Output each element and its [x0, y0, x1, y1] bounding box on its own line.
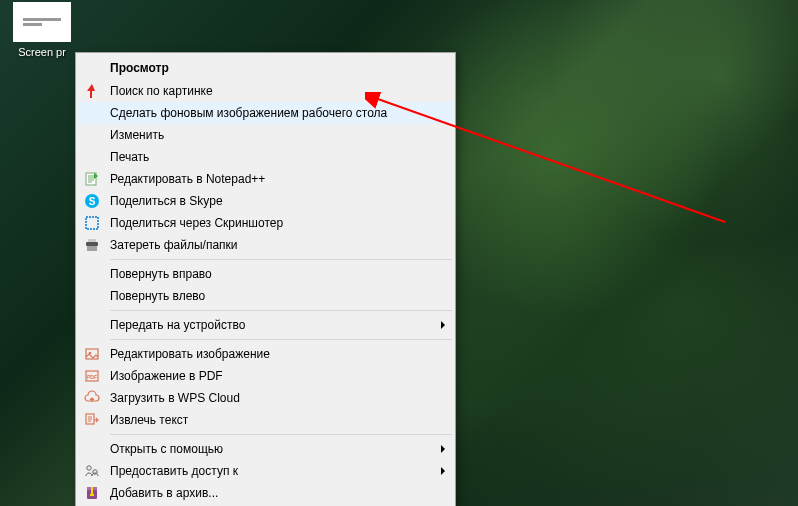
svg-text:S: S	[89, 196, 96, 207]
file-label: Screen pr	[8, 46, 76, 59]
menu-item-share-skype[interactable]: S Поделиться в Skype	[78, 190, 453, 212]
blank-icon	[82, 105, 102, 121]
menu-item-upload-wps[interactable]: Загрузить в WPS Cloud	[78, 387, 453, 409]
svg-text:PDF: PDF	[87, 374, 97, 380]
menu-item-set-wallpaper[interactable]: Сделать фоновым изображением рабочего ст…	[78, 102, 453, 124]
svg-rect-4	[86, 242, 98, 246]
svg-point-11	[87, 466, 91, 470]
blank-icon	[82, 266, 102, 282]
svg-rect-3	[86, 217, 98, 229]
submenu-arrow-icon	[441, 321, 445, 329]
menu-item-rotate-right[interactable]: Повернуть вправо	[78, 263, 453, 285]
blank-icon	[82, 317, 102, 333]
cloud-upload-icon	[82, 390, 102, 406]
screenshoter-icon	[82, 215, 102, 231]
menu-item-rotate-left[interactable]: Повернуть влево	[78, 285, 453, 307]
menu-separator	[110, 310, 452, 311]
svg-rect-15	[91, 487, 93, 495]
skype-icon: S	[82, 193, 102, 209]
menu-separator	[110, 259, 452, 260]
blank-icon	[82, 441, 102, 457]
svg-rect-16	[90, 494, 94, 496]
edit-image-icon	[82, 346, 102, 362]
svg-rect-5	[88, 239, 96, 242]
share-icon	[82, 463, 102, 479]
menu-item-edit-notepad[interactable]: Редактировать в Notepad++	[78, 168, 453, 190]
menu-separator	[110, 339, 452, 340]
blank-icon	[82, 127, 102, 143]
context-menu: Просмотр Поиск по картинке Сделать фонов…	[75, 52, 456, 506]
submenu-arrow-icon	[441, 445, 445, 453]
archive-icon	[82, 485, 102, 501]
file-thumbnail	[13, 2, 71, 42]
menu-item-extract-text[interactable]: Извлечь текст	[78, 409, 453, 431]
menu-item-edit-image[interactable]: Редактировать изображение	[78, 343, 453, 365]
menu-item-add-to-archive[interactable]: Добавить в архив...	[78, 482, 453, 504]
desktop-background[interactable]: Screen pr Просмотр Поиск по картинке Сде…	[0, 0, 798, 506]
desktop-file-icon[interactable]: Screen pr	[8, 2, 76, 59]
menu-header-label: Просмотр	[110, 61, 445, 75]
menu-item-wipe-files[interactable]: Затереть файлы/папки	[78, 234, 453, 256]
blank-icon	[82, 288, 102, 304]
shredder-icon	[82, 237, 102, 253]
menu-item-image-to-pdf[interactable]: PDF Изображение в PDF	[78, 365, 453, 387]
submenu-arrow-icon	[441, 467, 445, 475]
menu-item-print[interactable]: Печать	[78, 146, 453, 168]
menu-item-grant-access[interactable]: Предоставить доступ к	[78, 460, 453, 482]
menu-separator	[110, 434, 452, 435]
notepad-icon	[82, 171, 102, 187]
menu-item-cast-device[interactable]: Передать на устройство	[78, 314, 453, 336]
blank-icon	[82, 149, 102, 165]
extract-text-icon	[82, 412, 102, 428]
menu-item-open-with[interactable]: Открыть с помощью	[78, 438, 453, 460]
menu-item-edit[interactable]: Изменить	[78, 124, 453, 146]
menu-item-share-screenshoter[interactable]: Поделиться через Скриншотер	[78, 212, 453, 234]
menu-header-view[interactable]: Просмотр	[78, 56, 453, 80]
blank-icon	[82, 60, 102, 76]
yandex-icon	[82, 83, 102, 99]
pdf-icon: PDF	[82, 368, 102, 384]
menu-item-search-by-image[interactable]: Поиск по картинке	[78, 80, 453, 102]
